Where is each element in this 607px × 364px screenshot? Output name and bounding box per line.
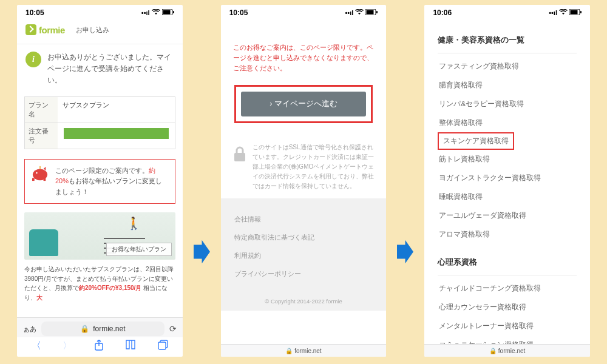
order-label: 注文番号 [25,123,58,149]
ssl-notice: このサイトはSSL通信で暗号化され保護されています。クレジットカード決済には東証… [221,126,387,198]
footer-terms[interactable]: 利用規約 [234,247,373,265]
svg-rect-5 [32,178,35,181]
app-header: formie お申し込み [17,19,183,44]
signal-icon: ••ıl [549,9,557,16]
list-item-skincare[interactable]: スキンケア資格取得 [438,132,577,150]
arrow-icon [397,240,413,264]
list-item[interactable]: 心理カウンセラー資格取得 [438,298,577,317]
list-item[interactable]: リンパ&セラピー資格取得 [438,95,577,113]
footer-company[interactable]: 会社情報 [234,211,373,229]
footer-tokushoho[interactable]: 特定商取引法に基づく表記 [234,229,373,247]
lock-icon: 🔒 [285,348,293,354]
promo-text: このページ限定のご案内です。約20%もお得な年払いプランに変更しましょう！ [55,166,169,198]
footer-privacy[interactable]: プライバシーポリシー [234,265,373,283]
plan-label: プラン名 [25,97,58,123]
safari-toolbar: 〈 〉 [17,337,183,357]
list-item[interactable]: アーユルヴェーダ資格取得 [438,206,577,225]
svg-rect-13 [376,11,378,13]
safari-mini-bar[interactable]: 🔒 formie.net [221,344,387,357]
stick-figure-icon: 🚶 [126,216,141,231]
category-list-body[interactable]: 健康・美容系資格の一覧 ファスティング資格取得 腸育資格取得 リンパ&セラピー資… [424,19,590,344]
screen-2-body: このお得なご案内は、このページ限りです。ページを進むと申し込みできなくなりますの… [221,19,387,344]
forward-icon[interactable]: 〉 [63,340,72,353]
page-title: お申し込み [76,25,109,35]
brand-logo[interactable]: formie [25,24,65,35]
svg-rect-7 [39,166,41,169]
plan-value: サブスクプラン [58,97,175,123]
category-heading: 心理系資格 [438,244,577,275]
piggy-icon [31,166,49,181]
table-row: プラン名 サブスクプラン [25,97,175,123]
footer-links: 会社情報 特定商取引法に基づく表記 利用規約 プライバシーポリシー [221,198,387,289]
clock: 10:05 [229,8,248,17]
status-bar: 10:05 ••ıl [221,5,387,19]
order-table: プラン名 サブスクプラン 注文番号 [24,96,175,149]
reload-icon[interactable]: ⟳ [169,324,177,334]
screen-2-mypage-prompt: 10:05 ••ıl このお得なご案内は、このページ限りです。ページを進むと申し… [221,5,387,357]
lock-icon [233,146,246,162]
domain-text: formie.net [498,348,525,354]
divider [438,275,577,275]
share-icon[interactable] [94,340,104,353]
screen-1-confirmation: 10:05 ••ıl formie お申し込み i お申込ありがとうございました… [17,5,183,357]
promo-callout[interactable]: このページ限定のご案内です。約20%もお得な年払いプランに変更しましょう！ [24,159,175,204]
list-item[interactable]: ファスティング資格取得 [438,57,577,76]
copyright: © Copyright 2014-2022 formie [221,289,387,311]
signal-icon: ••ıl [141,9,150,16]
list-item[interactable]: 睡眠資格取得 [438,187,577,206]
svg-rect-14 [234,153,245,161]
battery-icon [365,9,378,16]
table-row: 注文番号 [25,123,175,149]
ssl-text: このサイトはSSL通信で暗号化され保護されています。クレジットカード決済には東証… [253,143,375,191]
screen-3-category-list: 10:06 ••ıl 健康・美容系資格の一覧 ファスティング資格取得 腸育資格取… [424,5,590,357]
safari-mini-bar[interactable]: 🔒 formie.net [424,344,590,357]
battery-icon [569,9,582,16]
status-icons: ••ıl [549,9,582,16]
logo-icon [25,24,36,35]
domain-text: formie.net [294,348,321,354]
brand-name: formie [39,25,65,35]
goto-mypage-button[interactable]: › マイページへ進む [241,92,367,116]
wifi-icon [152,9,160,16]
safari-address-bar: ぁあ 🔒 formie.net ⟳ [17,317,183,337]
status-icons: ••ıl [345,9,378,16]
domain-text: formie.net [93,325,125,333]
order-value [58,123,175,149]
status-bar: 10:06 ••ıl [424,5,590,19]
lock-icon: 🔒 [489,348,497,354]
bookmarks-icon[interactable] [125,340,136,353]
tabs-icon[interactable] [158,340,168,353]
arrow-icon [194,240,210,264]
back-icon[interactable]: 〈 [32,340,41,353]
redacted-bar [64,128,169,139]
battery-icon [162,9,174,16]
banner-label: お得な年払いプラン [106,243,172,256]
text-size-button[interactable]: ぁあ [23,325,36,334]
lock-icon: 🔒 [80,325,89,333]
wifi-icon [355,9,364,16]
svg-rect-16 [571,10,578,15]
list-item[interactable]: ヨガインストラクター資格取得 [438,169,577,187]
status-bar: 10:05 ••ıl [17,5,183,19]
category-heading: 健康・美容系資格の一覧 [438,22,577,53]
svg-point-4 [36,172,38,174]
clock: 10:06 [433,8,452,17]
list-item[interactable]: アロマ資格取得 [438,225,577,244]
annual-plan-banner[interactable]: 🚶 お得な年払いプラン [24,212,175,260]
list-item[interactable]: 筋トレ資格取得 [438,150,577,169]
list-item[interactable]: コミュニケーション資格取得 [438,335,577,344]
thanks-message: i お申込ありがとうございました。マイページに進んで受講を始めてください。 [17,44,183,94]
list-item[interactable]: チャイルドコーチング資格取得 [438,279,577,298]
annual-plan-copy: 今お申し込みいただいたサブスクプランは、2回目以降3980円/月ですが、まとめて… [17,262,183,303]
chevron-right-icon: › [270,99,272,108]
clock: 10:05 [25,8,44,17]
list-item[interactable]: 腸育資格取得 [438,76,577,95]
list-item[interactable]: メンタルトレーナー資格取得 [438,317,577,335]
status-icons: ••ıl [141,9,174,16]
url-field[interactable]: 🔒 formie.net [41,322,164,336]
thanks-text: お申込ありがとうございました。マイページに進んで受講を始めてください。 [47,52,174,87]
svg-rect-6 [44,178,46,181]
svg-rect-10 [158,342,166,349]
list-item[interactable]: 整体資格取得 [438,113,577,132]
mypage-highlight-box: › マイページへ進む [234,85,373,123]
